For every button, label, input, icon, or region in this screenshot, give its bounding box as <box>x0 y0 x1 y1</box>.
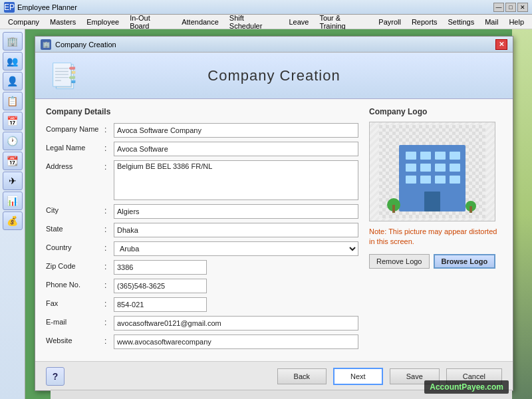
country-colon: : <box>104 241 114 253</box>
dialog-title-text: Company Creation <box>55 41 495 49</box>
state-input[interactable] <box>114 223 358 237</box>
menubar: Company Masters Employee In-Out Board At… <box>0 15 532 29</box>
sidebar-item-clock[interactable]: 🕐 <box>3 132 23 150</box>
app-title: Employee Planner <box>17 3 493 11</box>
sidebar-item-travel[interactable]: ✈ <box>3 172 23 190</box>
company-name-colon: : <box>104 123 114 134</box>
logo-note: Note: This picture may appear distorted … <box>369 227 502 247</box>
svg-rect-6 <box>406 152 416 160</box>
zip-row: Zip Code : <box>46 260 358 275</box>
company-logo-svg <box>379 125 485 218</box>
logo-panel-title: Company Logo <box>369 107 502 116</box>
state-row: State : <box>46 223 358 237</box>
svg-rect-12 <box>435 164 446 172</box>
close-button[interactable]: ✕ <box>517 3 528 12</box>
company-creation-dialog: 🏢 Company Creation ✕ 📑 Company Creation … <box>35 36 513 391</box>
menu-leave[interactable]: Leave <box>283 17 314 27</box>
svg-rect-15 <box>420 176 431 184</box>
sidebar-item-employee[interactable]: 👤 <box>3 72 23 90</box>
website-label: Website <box>46 334 104 344</box>
watermark: AccountPayee.com <box>424 380 509 394</box>
svg-rect-9 <box>450 152 460 160</box>
remove-logo-button[interactable]: Remove Logo <box>369 254 430 269</box>
svg-rect-14 <box>406 176 416 184</box>
svg-rect-18 <box>424 192 440 211</box>
dialog-close-button[interactable]: ✕ <box>495 39 507 50</box>
menu-shift[interactable]: Shift Scheduler <box>224 13 284 31</box>
dialog-header: 📑 Company Creation <box>35 53 513 99</box>
sidebar-item-schedule[interactable]: 📆 <box>3 152 23 170</box>
website-colon: : <box>104 334 114 346</box>
back-button[interactable]: Back <box>277 368 327 384</box>
legal-name-colon: : <box>104 142 114 153</box>
watermark-suffix: .com <box>485 382 503 392</box>
country-label: Country <box>46 241 104 251</box>
menu-mail[interactable]: Mail <box>479 17 503 27</box>
dialog-icon: 🏢 <box>41 39 51 50</box>
help-button[interactable]: ? <box>46 367 65 386</box>
menu-settings[interactable]: Settings <box>442 17 479 27</box>
menu-payroll[interactable]: Payroll <box>373 17 406 27</box>
sidebar-item-company[interactable]: 🏢 <box>3 32 23 51</box>
city-label: City <box>46 204 104 214</box>
country-row: Country : Aruba Belgium United States <box>46 241 358 256</box>
menu-attendance[interactable]: Attendance <box>176 17 224 27</box>
logo-display <box>369 122 495 221</box>
city-input[interactable] <box>114 204 358 219</box>
phone-row: Phone No. : <box>46 279 358 293</box>
sidebar-item-calendar[interactable]: 📅 <box>3 112 23 130</box>
sidebar-item-attendance[interactable]: 📋 <box>3 92 23 110</box>
fax-input[interactable] <box>114 297 207 312</box>
sidebar-item-payroll[interactable]: 💰 <box>3 211 23 230</box>
address-label: Address <box>46 160 104 170</box>
svg-rect-16 <box>435 176 446 184</box>
address-input[interactable]: Belgium BE BEL 3386 FR/NL <box>114 160 358 200</box>
website-input[interactable] <box>114 334 358 349</box>
menu-employee[interactable]: Employee <box>81 17 124 27</box>
email-input[interactable] <box>114 316 358 331</box>
dialog-titlebar: 🏢 Company Creation ✕ <box>35 37 513 53</box>
state-label: State <box>46 223 104 233</box>
fax-colon: : <box>104 297 114 309</box>
svg-rect-11 <box>420 164 431 172</box>
email-label: E-mail <box>46 316 104 326</box>
maximize-button[interactable]: □ <box>505 3 516 12</box>
dialog-header-title: Company Creation <box>207 67 340 84</box>
browse-logo-button[interactable]: Browse Logo <box>434 254 496 269</box>
bg-decoration <box>512 29 532 399</box>
next-button[interactable]: Next <box>333 368 383 385</box>
svg-rect-7 <box>420 152 431 160</box>
svg-rect-13 <box>450 164 460 172</box>
menu-help[interactable]: Help <box>503 17 529 27</box>
sidebar-item-masters[interactable]: 👥 <box>3 52 23 70</box>
legal-name-input[interactable] <box>114 142 358 156</box>
menu-company[interactable]: Company <box>3 17 45 27</box>
company-name-row: Company Name : <box>46 123 358 138</box>
legal-name-label: Legal Name <box>46 142 104 152</box>
main-area: 🏢 Company Creation ✕ 📑 Company Creation … <box>25 29 532 399</box>
sidebar-item-reports[interactable]: 📊 <box>3 192 23 210</box>
svg-rect-22 <box>469 206 472 213</box>
company-name-input[interactable] <box>114 123 358 138</box>
email-colon: : <box>104 316 114 327</box>
menu-masters[interactable]: Masters <box>45 17 81 27</box>
state-colon: : <box>104 223 114 234</box>
address-colon: : <box>104 160 114 172</box>
phone-input[interactable] <box>114 279 207 293</box>
watermark-prefix: Account <box>430 382 462 392</box>
logo-buttons: Remove Logo Browse Logo <box>369 254 502 269</box>
app-icon: EP <box>4 2 15 13</box>
menu-reports[interactable]: Reports <box>406 17 443 27</box>
menu-tour[interactable]: Tour & Training <box>314 13 373 31</box>
country-select[interactable]: Aruba Belgium United States <box>114 241 358 256</box>
fax-row: Fax : <box>46 297 358 312</box>
zip-input[interactable] <box>114 260 207 275</box>
fax-label: Fax <box>46 297 104 307</box>
menu-inout[interactable]: In-Out Board <box>124 13 176 31</box>
dialog-header-icon: 📑 <box>49 62 78 90</box>
form-panel: Company Details Company Name : Legal Nam… <box>46 107 358 353</box>
minimize-button[interactable]: — <box>493 3 504 12</box>
legal-name-row: Legal Name : <box>46 142 358 156</box>
svg-rect-10 <box>406 164 416 172</box>
zip-label: Zip Code <box>46 260 104 270</box>
